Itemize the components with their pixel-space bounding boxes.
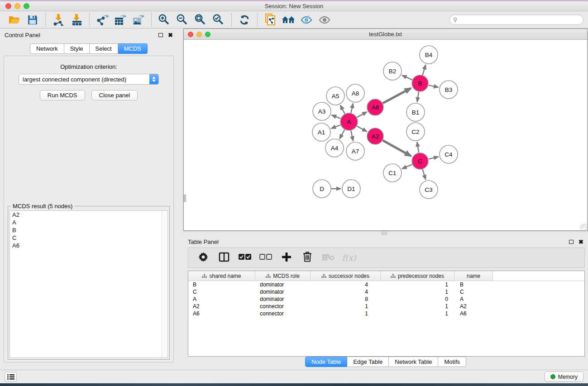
tab-mcds[interactable]: MCDS	[118, 43, 148, 54]
mcds-result-item[interactable]: A6	[10, 242, 167, 249]
edge-A6-B[interactable]	[383, 88, 411, 103]
table-tab-edge-table[interactable]: Edge Table	[347, 357, 389, 367]
table-close-panel-icon[interactable]: ✖	[578, 239, 583, 245]
criterion-dropdown[interactable]: largest connected component (directed)	[19, 74, 159, 85]
zoom-selected-icon	[213, 14, 225, 26]
network-window-titlebar[interactable]: testGlobe.txt	[184, 29, 587, 40]
mcds-result-item[interactable]: C	[10, 234, 167, 242]
delete-column-icon	[303, 252, 312, 264]
edge-C-C2[interactable]	[417, 142, 419, 152]
table-cell: dominator	[255, 296, 311, 302]
tab-select[interactable]: Select	[90, 43, 118, 54]
column-header-predecessor-nodes[interactable]: predecessor nodes	[381, 271, 454, 281]
home-button[interactable]	[280, 13, 296, 27]
zoom-selected-button[interactable]	[210, 13, 227, 27]
export-table-button[interactable]	[112, 13, 129, 27]
edge-A-A8[interactable]	[351, 103, 353, 113]
zoom-out-button[interactable]	[174, 13, 191, 27]
import-network-button[interactable]	[50, 13, 67, 27]
close-panel-button[interactable]: Close panel	[91, 90, 138, 100]
edge-B-B3[interactable]	[429, 85, 439, 87]
column-label: name	[467, 273, 480, 279]
close-panel-icon[interactable]: ✖	[168, 32, 173, 38]
home-icon	[282, 15, 295, 25]
split-pane-grip[interactable]	[382, 231, 387, 235]
table-settings-icon	[198, 252, 208, 264]
edge-C-C4[interactable]	[428, 157, 438, 159]
column-header-name[interactable]: name	[454, 271, 493, 281]
table-row[interactable]: A6connector11A6	[188, 310, 584, 317]
edge-A2-C[interactable]	[383, 140, 411, 156]
edge-A-A5[interactable]	[340, 105, 345, 114]
node-label-B3: B3	[445, 86, 453, 93]
node-label-A5: A5	[332, 93, 339, 100]
edge-A-A4[interactable]	[339, 130, 344, 139]
memory-button[interactable]: Memory	[545, 372, 583, 382]
window-title: Session: New Session	[0, 3, 588, 10]
hide-selected-button[interactable]	[298, 13, 315, 27]
mcds-result-item[interactable]: A2	[10, 211, 167, 219]
node-label-A4: A4	[331, 145, 339, 152]
tab-style[interactable]: Style	[64, 43, 90, 54]
edge-B-B4[interactable]	[422, 65, 425, 75]
node-label-B2: B2	[389, 68, 397, 75]
table-settings-button[interactable]	[195, 250, 212, 266]
mcds-result-item[interactable]: A	[10, 219, 167, 226]
edge-C-C1[interactable]	[402, 164, 412, 169]
function-builder-button: f(x)	[340, 250, 358, 266]
refresh-view-button[interactable]	[236, 13, 253, 27]
float-panel-icon[interactable]	[158, 33, 163, 37]
column-header-successor-nodes[interactable]: successor nodes	[311, 271, 381, 281]
column-header-shared-name[interactable]: shared name	[188, 271, 255, 281]
edge-B-B1[interactable]	[417, 92, 419, 102]
import-network-icon	[53, 14, 64, 26]
add-column-button[interactable]	[278, 250, 295, 266]
network-canvas[interactable]: AA6A2BCA5A8A3A1A4A7B2B4B3B1C2C4C1C3DD1	[184, 40, 587, 230]
select-all-button[interactable]	[236, 250, 253, 266]
edge-A-A2[interactable]	[357, 126, 367, 132]
table-tab-network-table[interactable]: Network Table	[389, 357, 438, 367]
task-history-button[interactable]	[5, 372, 17, 382]
zoom-in-icon	[158, 14, 170, 26]
table-float-panel-icon[interactable]	[569, 240, 574, 244]
edge-A-A1[interactable]	[331, 125, 341, 129]
edge-A-A7[interactable]	[351, 131, 353, 141]
show-columns-button[interactable]	[215, 250, 233, 266]
table-tab-node-table[interactable]: Node Table	[305, 357, 348, 367]
edge-A-A3[interactable]	[331, 115, 340, 119]
result-list-scrollbar[interactable]	[162, 211, 167, 357]
edge-B-B2[interactable]	[402, 75, 412, 80]
memory-status-icon	[550, 374, 555, 379]
zoom-fit-button[interactable]	[192, 13, 209, 27]
mcds-result-list[interactable]: A2ABCA6	[10, 210, 168, 358]
import-table-button[interactable]	[68, 13, 85, 27]
node-label-A8: A8	[352, 90, 359, 97]
table-tab-motifs[interactable]: Motifs	[438, 357, 466, 367]
tab-network[interactable]: Network	[30, 43, 64, 54]
destroy-table-button	[320, 250, 337, 266]
node-label-C4: C4	[445, 151, 453, 158]
show-all-button[interactable]	[316, 13, 333, 27]
open-session-button[interactable]	[6, 13, 23, 27]
column-header-MCDS-role[interactable]: MCDS role	[255, 271, 311, 281]
table-row[interactable]: Bdominator41B	[188, 281, 584, 288]
save-session-button[interactable]	[24, 13, 41, 27]
table-row[interactable]: Adominator80A	[188, 295, 584, 303]
zoom-fit-icon	[195, 14, 206, 26]
table-row[interactable]: Cdominator41C	[188, 288, 584, 295]
table-row[interactable]: A2connector11A2	[188, 303, 584, 310]
zoom-in-button[interactable]	[156, 13, 172, 27]
run-mcds-button[interactable]: Run MCDS	[40, 90, 85, 100]
edge-C-C3[interactable]	[422, 169, 425, 180]
canvas-left-scroll-thumb[interactable]	[184, 195, 186, 202]
edge-A-A6[interactable]	[357, 112, 367, 117]
save-session-icon	[27, 14, 38, 25]
search-input[interactable]	[458, 17, 583, 23]
delete-column-button[interactable]	[299, 250, 316, 266]
network-from-selection-button[interactable]	[262, 13, 278, 27]
deselect-all-button[interactable]	[257, 250, 274, 266]
export-image-button[interactable]	[130, 13, 147, 27]
mcds-result-item[interactable]: B	[10, 226, 167, 234]
export-network-button[interactable]	[94, 13, 110, 27]
window-resize-grip[interactable]	[580, 224, 587, 230]
